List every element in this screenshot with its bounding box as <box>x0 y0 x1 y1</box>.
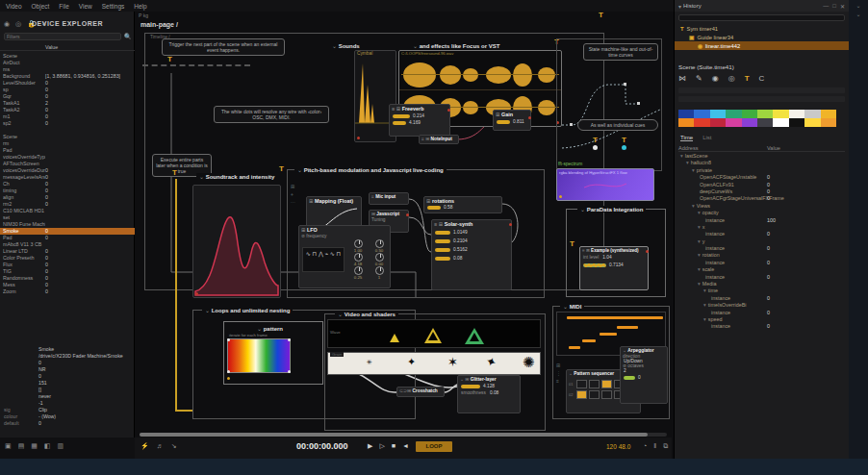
table-row[interactable]: rm20 <box>0 201 135 208</box>
canvas-tab[interactable]: P kg <box>139 12 148 18</box>
notes-icon[interactable]: ♬ <box>157 442 164 450</box>
camera-icon[interactable]: ◉ <box>712 74 719 83</box>
color-swatch[interactable] <box>710 110 726 118</box>
address-row[interactable]: ▾scale <box>678 266 845 273</box>
timecode[interactable]: 00:00:00.000 <box>296 441 348 451</box>
address-row[interactable]: instance0 <box>678 231 845 238</box>
tab-list[interactable]: List <box>702 135 711 141</box>
address-row[interactable]: OpenACFStageUnstable0 <box>678 174 845 181</box>
table-row[interactable]: Flux0 <box>0 262 135 268</box>
inspector-tabs[interactable]: TimeList <box>680 135 843 141</box>
address-row[interactable]: ▾timeIsOverrideBi <box>678 302 845 309</box>
play-from-icon[interactable]: ▷ <box>379 442 384 450</box>
midi-note[interactable] <box>567 316 663 319</box>
table-row[interactable]: rm <box>0 140 135 147</box>
tab-time[interactable]: Time <box>680 135 693 141</box>
address-table[interactable]: ▾lastScene▾hallucin8▾privateOpenACFStage… <box>678 153 845 331</box>
table-row[interactable]: timing0 <box>0 188 135 194</box>
address-row[interactable]: instance0 <box>678 310 845 316</box>
color-swatch[interactable] <box>804 110 820 118</box>
seq-cell[interactable] <box>589 380 600 388</box>
address-row[interactable]: ▾Media <box>678 281 845 288</box>
yellow-cable-cue-icon[interactable]: T <box>172 169 177 177</box>
stop-icon[interactable]: ■ <box>392 442 396 450</box>
table-row[interactable] <box>0 127 135 134</box>
color-swatch[interactable] <box>804 118 820 127</box>
color-swatch[interactable] <box>789 118 804 127</box>
clock-icon[interactable]: ◔ <box>643 442 647 450</box>
table-row[interactable]: Ch0 <box>0 181 135 188</box>
pitch-cue-icon[interactable]: T <box>279 165 284 173</box>
address-row[interactable]: ▾rotation <box>678 252 845 259</box>
window-icon[interactable]: ⧉ <box>663 442 668 450</box>
lfo-knob-grid[interactable]: 1.000.504.180.000.251 <box>347 239 392 280</box>
lfo-shape-picker[interactable]: ∿ ⊓ ⋀ ⌁ ∿ ⊓ <box>302 247 345 272</box>
color-swatch[interactable] <box>694 118 709 127</box>
address-row[interactable]: ▾Views <box>678 203 845 210</box>
menu-item-2[interactable]: File <box>59 3 68 10</box>
table-row[interactable]: NIM30 Fune Machine <box>0 221 135 228</box>
rewind-icon[interactable]: ◄ <box>402 442 409 450</box>
seq-cell[interactable] <box>576 380 587 388</box>
frame-pattern-label[interactable]: ⌄ pattern <box>254 325 286 332</box>
curve-icon[interactable]: ↘ <box>171 442 177 450</box>
trigger-icon[interactable]: T <box>745 74 750 83</box>
table-row[interactable]: voicesOverrideType <box>0 154 135 161</box>
scene-field-2[interactable] <box>678 96 845 102</box>
cue-item-1[interactable]: T <box>593 137 598 151</box>
table-row[interactable]: Linear LTD0 <box>0 248 135 255</box>
seq-cell[interactable] <box>576 390 587 399</box>
address-row[interactable]: OpenACLFx910 <box>678 182 845 188</box>
node-crosshatch[interactable]: ⊂⊃⊞ Crosshatch <box>396 387 445 397</box>
address-row[interactable]: deepCurveWs0 <box>678 188 845 195</box>
table-row[interactable]: Color Preseth0 <box>0 255 135 262</box>
operator-tree-item[interactable]: TSym timer41 <box>675 24 849 33</box>
list-icon[interactable]: ▥ <box>58 442 64 450</box>
ink-strip[interactable]: Grain ✳ ✦ ✶ ✦ ✺ <box>327 352 541 375</box>
address-row[interactable]: ▾x <box>678 224 845 231</box>
midi-note[interactable] <box>600 333 617 336</box>
color-swatch[interactable] <box>726 110 741 118</box>
cue-marker-top-icon[interactable]: T <box>599 12 603 19</box>
midi-note[interactable] <box>582 339 596 342</box>
menu-item-5[interactable]: Help <box>134 3 146 10</box>
scene-toolbar[interactable]: ⋈✎◉◎TC <box>678 74 845 83</box>
menu-item-4[interactable]: Settings <box>102 3 125 10</box>
node-gradient[interactable] <box>227 338 291 373</box>
frame-effects-label[interactable]: ⌄ and effects like Focus or VST <box>410 42 502 49</box>
transport-play-icons[interactable]: ▶▷■◄ <box>368 442 409 450</box>
address-row[interactable]: instance100 <box>678 217 845 224</box>
split-icon[interactable]: ◧ <box>44 442 51 450</box>
window-controls[interactable]: —□✕ <box>823 3 845 10</box>
transport-left-icons[interactable]: ⚡♬↘ <box>140 442 177 450</box>
color-swatch[interactable] <box>726 118 741 127</box>
address-row[interactable]: instance0 <box>678 323 845 330</box>
address-row[interactable]: ▾hallucin8 <box>678 160 845 166</box>
node-graph-canvas[interactable]: P kg main-page / Timeline / Trigger <box>135 12 672 435</box>
table-row[interactable]: set <box>0 214 135 221</box>
node-intensity-curve[interactable] <box>192 185 281 298</box>
play-icon[interactable]: ▶ <box>368 442 372 450</box>
address-row[interactable]: instance0 <box>678 245 845 252</box>
table-row[interactable]: Zoom0 <box>0 288 135 295</box>
table-row[interactable]: Gqr0 <box>0 93 135 100</box>
frame-loops-label[interactable]: ⌄ Loops and unlimited nesting <box>202 307 293 313</box>
color-swatch[interactable] <box>678 118 694 127</box>
midi-note[interactable] <box>569 346 580 349</box>
node-freeverb[interactable]: ≡ ⊞ Freeverb 0.214 4.169 <box>389 104 450 137</box>
inspector-header[interactable]: ▾History —□✕ <box>675 0 849 12</box>
color-swatch[interactable] <box>773 118 788 127</box>
node-example[interactable]: ≡ ⊞ Example (synthesized) int level1.04 … <box>579 246 649 290</box>
midi-note[interactable] <box>617 326 638 329</box>
color-swatch[interactable] <box>710 118 726 127</box>
node-lfo[interactable]: ⊞ LFO ⊘ frequency ∿ ⊓ ⋀ ⌁ ∿ ⊓ 1.000.504.… <box>298 225 391 288</box>
table-row[interactable]: Smoke0 <box>0 228 135 235</box>
menu-item-0[interactable]: Video <box>6 3 22 10</box>
color-swatch[interactable] <box>773 110 788 118</box>
h-scrollbar-track[interactable] <box>140 433 667 437</box>
frame-soundtrack-label[interactable]: ⌄ Soundtrack and intensity <box>196 173 277 180</box>
table-row[interactable]: TIG0 <box>0 268 135 275</box>
loop-icon[interactable]: C <box>759 74 765 83</box>
table-row[interactable]: Pad0 <box>0 235 135 241</box>
table-row[interactable]: sp0 <box>0 87 135 93</box>
